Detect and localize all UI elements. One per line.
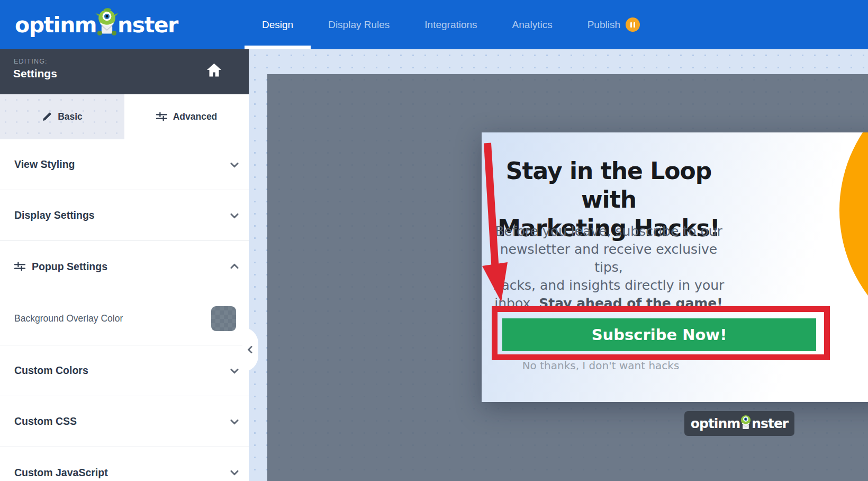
top-navbar: optinm nster Design Display Rules Integr… [0, 0, 868, 49]
editing-target: Settings [13, 67, 57, 80]
sidebar-settings-list: View Styling Display Settings Popup Sett… [0, 139, 249, 481]
decorative-circle [839, 132, 868, 352]
nav-tab-design[interactable]: Design [245, 0, 311, 49]
home-button[interactable] [207, 63, 221, 79]
tab-advanced[interactable]: Advanced [124, 94, 249, 139]
chevron-left-icon [246, 345, 255, 354]
nav-tab-integrations[interactable]: Integrations [407, 0, 494, 49]
section-custom-css[interactable]: Custom CSS [0, 396, 249, 447]
nav-tab-analytics[interactable]: Analytics [495, 0, 570, 49]
section-view-styling[interactable]: View Styling [0, 139, 249, 190]
chevron-down-icon [229, 467, 240, 478]
sidebar-tabs: Basic Advanced [0, 94, 249, 139]
logo-text-post: nster [117, 12, 178, 38]
section-popup-settings[interactable]: Popup Settings [0, 241, 249, 292]
chevron-down-icon [229, 159, 240, 171]
background-overlay-color-field: Background Overlay Color [0, 292, 249, 345]
logo-text-pre: optinm [15, 12, 96, 38]
section-custom-javascript[interactable]: Custom JavaScript [0, 447, 249, 481]
popup-preview: Stay in the Loop with Marketing Hacks! B… [482, 132, 868, 402]
section-display-settings[interactable]: Display Settings [0, 190, 249, 241]
nav-tab-display-rules[interactable]: Display Rules [311, 0, 407, 49]
chevron-down-icon [229, 210, 240, 221]
app-logo[interactable]: optinm nster [15, 0, 178, 49]
monster-icon [95, 8, 119, 35]
chevron-up-icon [229, 261, 240, 272]
background-overlay-color-swatch[interactable] [211, 306, 236, 331]
dismiss-link[interactable]: No thanks, I don't want hacks [482, 359, 720, 372]
paused-status-icon[interactable] [626, 17, 640, 32]
subscribe-button[interactable]: Subscribe Now! [502, 318, 816, 351]
popup-body-text: Before you leave, subscribe to our newsl… [484, 222, 733, 313]
chevron-down-icon [229, 365, 240, 377]
adjustments-icon [156, 111, 167, 122]
chevron-down-icon [229, 416, 240, 427]
adjustments-icon [14, 261, 25, 272]
monster-icon [739, 414, 753, 430]
sidebar-header: EDITING: Settings [0, 49, 249, 94]
section-custom-colors[interactable]: Custom Colors [0, 345, 249, 396]
nav-tab-publish[interactable]: Publish [570, 0, 657, 49]
main-nav: Design Display Rules Integrations Analyt… [245, 0, 657, 49]
sidebar: EDITING: Settings Basic Advanced [0, 49, 249, 481]
optinmonster-badge[interactable]: optinm nster [684, 411, 794, 436]
pencil-icon [42, 112, 52, 122]
editing-label: EDITING: [14, 58, 48, 65]
home-icon [207, 63, 221, 77]
tab-basic[interactable]: Basic [0, 94, 124, 139]
